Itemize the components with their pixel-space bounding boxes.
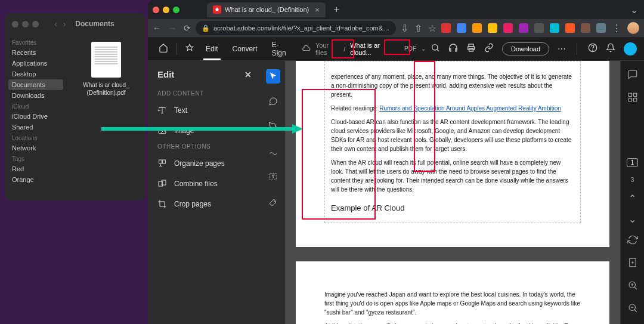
svg-rect-8 <box>159 160 162 163</box>
rail-fitpage-icon[interactable] <box>627 257 638 270</box>
edit-panel: Edit ✕ ADD CONTENT Text Image OTHER OPTI… <box>148 61 261 324</box>
tab-edit[interactable]: Edit <box>200 39 224 59</box>
ext-11[interactable] <box>596 23 606 33</box>
svg-rect-14 <box>633 93 636 96</box>
browser-tab[interactable]: What is ar cloud_ (Definition) × <box>207 2 326 17</box>
rail-comment-icon[interactable] <box>627 69 638 82</box>
rail-zoomin-icon[interactable] <box>627 280 638 293</box>
ext-2[interactable] <box>457 23 466 33</box>
headphones-icon[interactable] <box>448 43 458 55</box>
rail-rotate-icon[interactable] <box>627 234 638 248</box>
svg-rect-9 <box>163 160 166 163</box>
user-avatar[interactable] <box>624 42 637 55</box>
ext-7[interactable] <box>534 23 544 33</box>
home-icon[interactable] <box>155 41 172 57</box>
ext-10[interactable] <box>581 23 590 33</box>
sidebar-documents[interactable]: Documents <box>8 79 63 90</box>
finder-back[interactable]: ‹ <box>54 19 57 29</box>
browser-window: What is ar cloud_ (Definition) × + ⌄ ← →… <box>148 0 644 324</box>
browser-traffic-lights[interactable] <box>153 7 179 13</box>
page-current[interactable]: 1 <box>627 158 639 167</box>
share-icon[interactable]: ⇧ <box>414 23 422 34</box>
cloud-icon <box>302 44 311 54</box>
tab-close[interactable]: × <box>315 5 320 14</box>
browser-forward[interactable]: → <box>168 23 177 33</box>
rail-zoomout-icon[interactable] <box>627 303 638 316</box>
bell-icon[interactable] <box>606 43 615 55</box>
browser-avatar[interactable] <box>627 22 639 34</box>
tool-comment[interactable] <box>266 94 280 109</box>
tab-convert[interactable]: Convert <box>227 39 264 59</box>
toolstrip <box>261 61 285 324</box>
browser-back[interactable]: ← <box>153 23 161 33</box>
star-icon[interactable] <box>182 41 197 57</box>
tab-esign[interactable]: E-Sign <box>266 35 298 63</box>
ext-6[interactable] <box>519 23 528 33</box>
browser-reload[interactable]: ⟳ <box>184 23 191 33</box>
acrobat-favicon <box>213 5 221 14</box>
svg-point-5 <box>593 50 593 50</box>
bookmark-icon[interactable]: ☆ <box>428 23 436 34</box>
link-icon[interactable] <box>484 43 494 55</box>
finder-forward[interactable]: › <box>63 19 66 29</box>
search-icon[interactable] <box>431 43 440 55</box>
ext-5[interactable] <box>503 23 513 33</box>
sidebar-shared[interactable]: Shared <box>5 122 67 132</box>
rail-down-icon[interactable]: ⌄ <box>628 214 636 225</box>
acrobat-header: Edit Convert E-Sign Your files / What is… <box>148 37 644 61</box>
ext-9[interactable] <box>565 23 575 33</box>
organize-pages[interactable]: Organize pages <box>148 153 261 174</box>
print-icon[interactable] <box>466 43 476 55</box>
ext-abp[interactable] <box>441 23 451 33</box>
file-name[interactable]: What is ar cloud_ (Definition).pdf <box>72 81 141 97</box>
help-icon[interactable] <box>588 43 597 55</box>
sidebar-desktop[interactable]: Desktop <box>5 69 67 79</box>
sidebar-applications[interactable]: Applications <box>5 58 67 69</box>
ext-8[interactable] <box>550 23 559 33</box>
finder-sidebar: Favorites Recents Applications Desktop D… <box>5 35 67 200</box>
extensions-menu[interactable]: ⋮ <box>612 23 621 34</box>
sidebar-tag-orange[interactable]: Orange <box>5 174 67 185</box>
sidebar-recents[interactable]: Recents <box>5 47 67 58</box>
svg-rect-13 <box>628 93 631 96</box>
tool-select[interactable] <box>266 69 280 84</box>
rail-up-icon[interactable]: ⌃ <box>628 193 636 204</box>
download-button[interactable]: Download <box>502 42 549 55</box>
new-tab-button[interactable]: + <box>330 4 343 15</box>
tool-erase[interactable] <box>266 195 280 209</box>
pdf-page-1: experiences of any moment, place, and ma… <box>296 61 609 247</box>
breadcrumb: Your files / What is ar cloud... PDF ⌄ <box>302 42 426 56</box>
svg-marker-21 <box>292 124 303 134</box>
right-rail: 1 3 ⌃ ⌄ <box>620 61 644 324</box>
edit-panel-title: Edit <box>157 69 174 79</box>
add-text[interactable]: Text <box>148 100 261 121</box>
section-heading: Example of AR Cloud <box>331 202 574 214</box>
file-thumbnail[interactable] <box>91 42 121 78</box>
more-icon[interactable]: ⋯ <box>558 44 566 54</box>
svg-rect-15 <box>628 98 631 101</box>
url-bar[interactable]: 🔒 acrobat.adobe.com/link/file/?x_api_cli… <box>196 21 396 35</box>
combine-files[interactable]: Combine files <box>148 174 261 194</box>
finder-window: ‹ › Documents Favorites Recents Applicat… <box>5 13 145 200</box>
tool-draw[interactable] <box>266 144 280 159</box>
sidebar-iclouddrive[interactable]: iCloud Drive <box>5 111 67 122</box>
lock-icon: 🔒 <box>202 24 210 32</box>
ext-3[interactable] <box>472 23 482 33</box>
url-action-icons: ⇩ ⇧ ☆ <box>401 23 436 34</box>
related-link[interactable]: Rumors and Speculation Around Apples Aug… <box>379 105 561 112</box>
rail-thumbnails-icon[interactable] <box>627 92 638 105</box>
extension-icons: ⋮ <box>441 22 639 34</box>
document-viewport[interactable]: experiences of any moment, place, and ma… <box>285 61 620 324</box>
edit-panel-close[interactable]: ✕ <box>244 70 252 79</box>
sidebar-tag-red[interactable]: Red <box>5 163 67 174</box>
tool-textselect[interactable] <box>266 169 280 184</box>
tabs-dropdown[interactable]: ⌄ <box>630 4 638 16</box>
sidebar-downloads[interactable]: Downloads <box>5 90 67 101</box>
finder-traffic-lights[interactable] <box>12 21 39 27</box>
install-icon[interactable]: ⇩ <box>401 23 408 34</box>
sidebar-network[interactable]: Network <box>5 143 67 153</box>
ext-4[interactable] <box>488 23 497 33</box>
svg-rect-16 <box>633 98 636 101</box>
format-dropdown[interactable]: ⌄ <box>421 45 426 52</box>
crop-pages[interactable]: Crop pages <box>148 194 261 214</box>
